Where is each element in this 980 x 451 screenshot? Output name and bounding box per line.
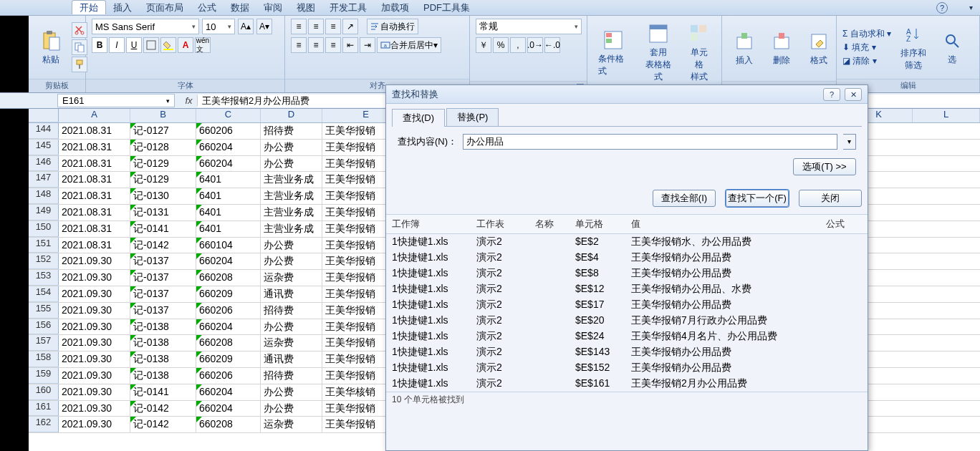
copy-button[interactable] bbox=[72, 39, 87, 55]
cell[interactable]: 记-0130 bbox=[130, 188, 196, 204]
menu-tab-6[interactable]: 视图 bbox=[289, 1, 322, 14]
menu-tab-5[interactable]: 审阅 bbox=[256, 1, 289, 14]
dialog-help-button[interactable]: ? bbox=[823, 88, 840, 101]
cell[interactable]: 2021.09.30 bbox=[59, 401, 130, 417]
insert-cells-button[interactable]: 插入 bbox=[728, 26, 761, 70]
cell[interactable]: 2021.08.31 bbox=[59, 238, 130, 253]
fx-button[interactable]: fx bbox=[181, 95, 198, 106]
menu-tab-1[interactable]: 插入 bbox=[106, 1, 139, 14]
align-right-button[interactable]: ≡ bbox=[325, 37, 341, 53]
cell[interactable]: 2021.09.30 bbox=[59, 319, 130, 335]
cell[interactable]: 660208 bbox=[196, 270, 261, 286]
cell[interactable]: 记-0137 bbox=[130, 253, 196, 269]
cell[interactable]: 通讯费 bbox=[261, 286, 322, 302]
cell[interactable]: 2021.08.31 bbox=[59, 221, 130, 237]
font-name-combo[interactable]: MS Sans Serif▾ bbox=[92, 19, 199, 34]
result-row[interactable]: 1快捷键1.xls演示2$E$8王美华报销办公用品费 bbox=[386, 266, 868, 281]
cell[interactable]: 6401 bbox=[196, 221, 261, 237]
find-input[interactable] bbox=[463, 134, 837, 150]
result-row[interactable]: 1快捷键1.xls演示2$E$4王美华报销办公用品费 bbox=[386, 250, 868, 266]
merge-center-button[interactable]: a 合并后居中 ▾ bbox=[377, 37, 441, 53]
row-header[interactable]: 150 bbox=[29, 221, 59, 237]
cell[interactable]: 660104 bbox=[196, 238, 261, 253]
row-header[interactable]: 146 bbox=[29, 156, 59, 172]
dialog-close-button[interactable]: ✕ bbox=[845, 88, 862, 101]
row-header[interactable]: 154 bbox=[29, 286, 59, 302]
number-format-combo[interactable]: 常规▾ bbox=[476, 19, 582, 34]
cell[interactable]: 660209 bbox=[196, 351, 261, 367]
align-top-button[interactable]: ≡ bbox=[291, 19, 307, 34]
cell[interactable]: 2021.09.30 bbox=[59, 384, 130, 400]
cell[interactable]: 660204 bbox=[196, 384, 261, 400]
italic-button[interactable]: I bbox=[109, 37, 125, 53]
col-formula[interactable]: 公式 bbox=[826, 218, 862, 231]
result-row[interactable]: 1快捷键1.xls演示2$E$17王美华报销办公用品费 bbox=[386, 297, 868, 313]
cell[interactable]: 660204 bbox=[196, 253, 261, 269]
cell[interactable]: 办公费 bbox=[261, 401, 322, 417]
cell[interactable]: 招待费 bbox=[261, 368, 322, 384]
cell[interactable]: 6401 bbox=[196, 172, 261, 188]
cell[interactable]: 主营业务成 bbox=[261, 205, 322, 220]
cell[interactable]: 6401 bbox=[196, 188, 261, 204]
cell[interactable]: 2021.09.30 bbox=[59, 286, 130, 302]
cell[interactable]: 通讯费 bbox=[261, 351, 322, 367]
col-workbook[interactable]: 工作簿 bbox=[392, 218, 476, 231]
cell[interactable]: 2021.09.30 bbox=[59, 368, 130, 384]
menu-tab-8[interactable]: 加载项 bbox=[374, 1, 416, 14]
align-bottom-button[interactable]: ≡ bbox=[325, 19, 341, 34]
cell[interactable]: 运杂费 bbox=[261, 270, 322, 286]
cell[interactable]: 记-0131 bbox=[130, 205, 196, 220]
cell[interactable]: 记-0138 bbox=[130, 319, 196, 335]
cut-button[interactable] bbox=[72, 22, 87, 38]
menu-tab-4[interactable]: 数据 bbox=[224, 1, 256, 14]
cell[interactable]: 2021.09.30 bbox=[59, 303, 130, 319]
select-all-corner[interactable] bbox=[29, 109, 59, 122]
row-header[interactable]: 153 bbox=[29, 270, 59, 286]
cell[interactable]: 660209 bbox=[196, 286, 261, 302]
col-header-C[interactable]: C bbox=[196, 109, 261, 122]
accounting-format-button[interactable]: ￥ bbox=[476, 37, 491, 53]
menu-tab-0[interactable]: 开始 bbox=[72, 0, 106, 14]
name-box[interactable]: E161▾ bbox=[57, 94, 175, 107]
fill-color-button[interactable] bbox=[160, 37, 176, 53]
result-row[interactable]: 1快捷键1.xls演示2$E$12王美华报销办公用品、水费 bbox=[386, 281, 868, 297]
cell[interactable]: 记-0138 bbox=[130, 351, 196, 367]
tab-find[interactable]: 查找(D) bbox=[392, 109, 445, 127]
cell-styles-button[interactable]: 单元格 样式 bbox=[683, 19, 716, 87]
menu-tab-9[interactable]: PDF工具集 bbox=[416, 1, 477, 14]
autosum-button[interactable]: Σ 自动求和 ▾ bbox=[842, 28, 891, 40]
cell[interactable]: 2021.09.30 bbox=[59, 253, 130, 269]
sort-filter-button[interactable]: AZ排序和 筛选 bbox=[895, 19, 931, 75]
row-header[interactable]: 152 bbox=[29, 253, 59, 269]
row-header[interactable]: 157 bbox=[29, 335, 59, 351]
percent-button[interactable]: % bbox=[493, 37, 509, 53]
row-header[interactable]: 162 bbox=[29, 417, 59, 432]
cell[interactable]: 记-0128 bbox=[130, 140, 196, 155]
cell[interactable]: 660208 bbox=[196, 335, 261, 351]
find-next-button[interactable]: 查找下一个(F) bbox=[726, 190, 789, 207]
cell[interactable]: 记-0137 bbox=[130, 286, 196, 302]
dialog-titlebar[interactable]: 查找和替换 ? ✕ bbox=[386, 85, 868, 104]
cell[interactable]: 2021.08.31 bbox=[59, 156, 130, 172]
result-row[interactable]: 1快捷键1.xls演示2$E$2王美华报销水、办公用品费 bbox=[386, 234, 868, 250]
cell[interactable]: 招待费 bbox=[261, 303, 322, 319]
menu-tab-3[interactable]: 公式 bbox=[191, 1, 224, 14]
cell[interactable]: 6401 bbox=[196, 205, 261, 220]
row-header[interactable]: 151 bbox=[29, 238, 59, 253]
cell[interactable]: 660204 bbox=[196, 401, 261, 417]
cell[interactable]: 办公费 bbox=[261, 156, 322, 172]
result-row[interactable]: 1快捷键1.xls演示2$E$143王美华报销办公用品费 bbox=[386, 344, 868, 360]
cell[interactable]: 记-0127 bbox=[130, 123, 196, 139]
menu-tab-2[interactable]: 页面布局 bbox=[139, 1, 191, 14]
cell[interactable]: 记-0138 bbox=[130, 368, 196, 384]
find-history-dropdown[interactable]: ▾ bbox=[843, 134, 856, 150]
help-icon[interactable]: ? bbox=[936, 2, 948, 14]
increase-indent-button[interactable]: ⇥ bbox=[360, 37, 375, 53]
cell[interactable]: 记-0142 bbox=[130, 417, 196, 432]
cell[interactable]: 660206 bbox=[196, 368, 261, 384]
increase-font-button[interactable]: A▴ bbox=[238, 19, 254, 34]
results-list[interactable]: 1快捷键1.xls演示2$E$2王美华报销水、办公用品费1快捷键1.xls演示2… bbox=[386, 234, 868, 392]
cell[interactable]: 2021.08.31 bbox=[59, 140, 130, 155]
orientation-button[interactable]: ↗ bbox=[342, 19, 358, 34]
find-select-button[interactable]: 选 bbox=[936, 26, 969, 69]
